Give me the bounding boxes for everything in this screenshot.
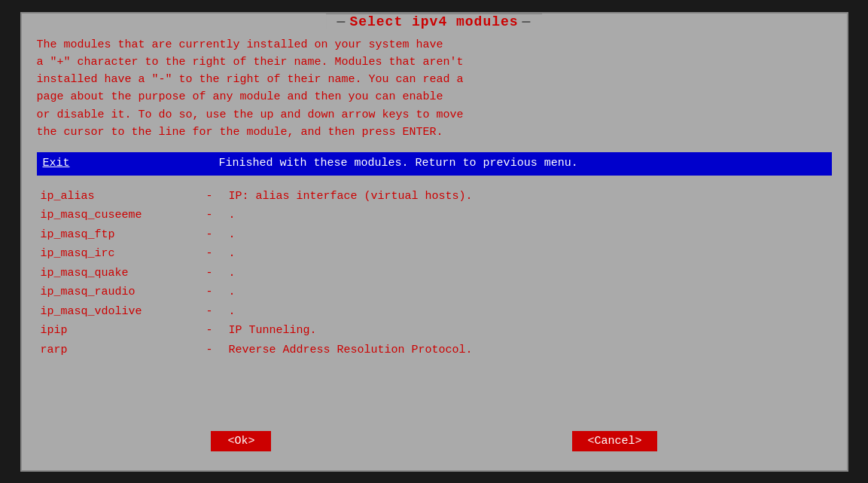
module-desc-rarp: Reverse Address Resolution Protocol. xyxy=(229,341,473,360)
description-text: The modules that are currently installed… xyxy=(37,36,832,142)
module-name-ip-masq-vdolive: ip_masq_vdolive xyxy=(41,302,206,322)
dialog-title: Select ipv4 modules xyxy=(326,13,543,29)
module-desc-ipip: IP Tunneling. xyxy=(229,321,317,341)
module-name-ip-masq-cuseeme: ip_masq_cuseeme xyxy=(41,206,206,225)
module-desc-ip-masq-vdolive: . xyxy=(229,302,236,322)
module-name-ip-masq-raudio: ip_masq_raudio xyxy=(41,283,206,302)
exit-label: Exit xyxy=(43,157,70,170)
module-row-ip-masq-cuseeme[interactable]: ip_masq_cuseeme - . xyxy=(41,206,832,225)
module-name-ip-masq-ftp: ip_masq_ftp xyxy=(41,225,206,245)
module-row-ip-masq-vdolive[interactable]: ip_masq_vdolive - . xyxy=(41,302,832,322)
module-sep-4: - xyxy=(206,264,229,283)
module-desc-ip-masq-irc: . xyxy=(229,244,236,264)
module-name-ip-masq-irc: ip_masq_irc xyxy=(41,244,206,264)
module-name-ip-alias: ip_alias xyxy=(41,187,206,206)
module-row-rarp[interactable]: rarp - Reverse Address Resolution Protoc… xyxy=(41,341,832,360)
module-row-ip-masq-raudio[interactable]: ip_masq_raudio - . xyxy=(41,283,832,302)
module-sep-5: - xyxy=(206,283,229,302)
exit-row[interactable]: Exit Finished with these modules. Return… xyxy=(37,152,832,176)
module-row-ip-masq-irc[interactable]: ip_masq_irc - . xyxy=(41,244,832,264)
module-name-rarp: rarp xyxy=(41,341,206,360)
ok-button[interactable]: <Ok> xyxy=(211,431,271,451)
module-desc-ip-masq-cuseeme: . xyxy=(229,206,236,225)
dialog-container: Select ipv4 modules The modules that are… xyxy=(20,12,848,472)
exit-description: Finished with these modules. Return to p… xyxy=(219,157,578,170)
module-sep-6: - xyxy=(206,302,229,322)
cancel-button[interactable]: <Cancel> xyxy=(572,431,656,451)
module-sep-2: - xyxy=(206,225,229,245)
module-sep-0: - xyxy=(206,187,229,206)
module-desc-ip-masq-raudio: . xyxy=(229,283,236,302)
module-desc-ip-masq-ftp: . xyxy=(229,225,236,245)
desc-line-3: installed have a "-" to the right of the… xyxy=(37,73,464,86)
desc-line-2: a "+" character to the right of their na… xyxy=(37,56,464,69)
module-desc-ip-alias: IP: alias interface (virtual hosts). xyxy=(229,187,473,206)
module-name-ip-masq-quake: ip_masq_quake xyxy=(41,264,206,283)
buttons-row: <Ok> <Cancel> xyxy=(22,431,847,451)
module-name-ipip: ipip xyxy=(41,321,206,341)
module-desc-ip-masq-quake: . xyxy=(229,264,236,283)
module-row-ip-masq-quake[interactable]: ip_masq_quake - . xyxy=(41,264,832,283)
desc-line-4: page about the purpose of any module and… xyxy=(37,90,443,103)
desc-line-1: The modules that are currently installed… xyxy=(37,38,443,51)
module-sep-7: - xyxy=(206,321,229,341)
module-sep-1: - xyxy=(206,206,229,225)
desc-line-5: or disable it. To do so, use the up and … xyxy=(37,109,464,121)
module-sep-3: - xyxy=(206,244,229,264)
module-row-ipip[interactable]: ipip - IP Tunneling. xyxy=(41,321,832,341)
module-row-ip-alias[interactable]: ip_alias - IP: alias interface (virtual … xyxy=(41,187,832,206)
content-area: The modules that are currently installed… xyxy=(29,32,839,364)
module-sep-8: - xyxy=(206,341,229,360)
desc-line-6: the cursor to the line for the module, a… xyxy=(37,126,443,139)
modules-list: ip_alias - IP: alias interface (virtual … xyxy=(37,187,832,360)
module-row-ip-masq-ftp[interactable]: ip_masq_ftp - . xyxy=(41,225,832,245)
